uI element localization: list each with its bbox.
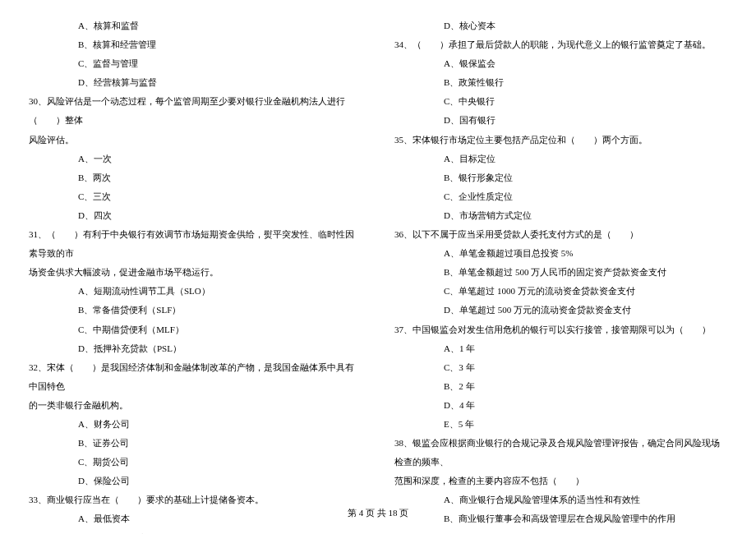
q34-option-b: B、政策性银行 (394, 73, 727, 92)
q31-option-c: C、中期借贷便利（MLF） (29, 320, 362, 339)
q38-stem-cont: 范围和深度，检查的主要内容应不包括（ ） (394, 472, 727, 490)
q35-option-c: C、企业性质定位 (394, 187, 727, 206)
q33-option-d: D、核心资本 (394, 16, 727, 35)
q37-option-c: C、3 年 (394, 358, 727, 377)
q36-option-a: A、单笔金额超过项目总投资 5% (394, 244, 727, 263)
q33-option-b: B、储备资本和逆周期资本 (29, 529, 362, 534)
q34-option-d: D、国有银行 (394, 111, 727, 130)
right-column: D、核心资本 34、（ ）承担了最后贷款人的职能，为现代意义上的银行监管奠定了基… (378, 16, 727, 501)
q29-option-b: B、核算和经营管理 (29, 35, 362, 54)
q38-stem: 38、银监会应根据商业银行的合规记录及合规风险管理评报告，确定合同风险现场检查的… (394, 434, 727, 472)
q34-option-c: C、中央银行 (394, 92, 727, 111)
q30-stem: 30、风险评估是一个动态过程，每个监管周期至少要对银行业金融机构法人进行（ ）整… (29, 92, 362, 130)
q37-option-a: A、1 年 (394, 339, 727, 358)
q32-option-c: C、期货公司 (29, 453, 362, 472)
q29-option-c: C、监督与管理 (29, 54, 362, 73)
q35-option-a: A、目标定位 (394, 150, 727, 168)
q37-option-e: E、5 年 (394, 415, 727, 434)
q31-option-b: B、常备借贷便利（SLF） (29, 301, 362, 320)
q32-option-d: D、保险公司 (29, 472, 362, 490)
q35-option-d: D、市场营销方式定位 (394, 206, 727, 225)
page-content: A、核算和监督 B、核算和经营管理 C、监督与管理 D、经营核算与监督 30、风… (0, 0, 756, 501)
q37-stem: 37、中国银监会对发生信用危机的银行可以实行接管，接管期限可以为（ ） (394, 320, 727, 339)
left-column: A、核算和监督 B、核算和经营管理 C、监督与管理 D、经营核算与监督 30、风… (29, 16, 378, 501)
q32-option-b: B、证券公司 (29, 434, 362, 453)
q29-option-a: A、核算和监督 (29, 16, 362, 35)
q31-stem-cont: 场资金供求大幅波动，促进金融市场平稳运行。 (29, 263, 362, 282)
q32-stem-cont: 的一类非银行金融机构。 (29, 396, 362, 415)
q34-stem: 34、（ ）承担了最后贷款人的职能，为现代意义上的银行监管奠定了基础。 (394, 35, 727, 54)
q30-stem-cont: 风险评估。 (29, 131, 362, 150)
q36-stem: 36、以下不属于应当采用受贷款人委托支付方式的是（ ） (394, 225, 727, 244)
q30-option-d: D、四次 (29, 206, 362, 225)
q32-stem: 32、宋体（ ）是我国经济体制和金融体制改革的产物，是我国金融体系中具有中国特色 (29, 358, 362, 396)
q31-stem: 31、（ ）有利于中央银行有效调节市场短期资金供给，熨平突发性、临时性因素导致的… (29, 225, 362, 263)
q31-option-d: D、抵押补充贷款（PSL） (29, 339, 362, 358)
q30-option-a: A、一次 (29, 150, 362, 168)
q30-option-c: C、三次 (29, 187, 362, 206)
q35-option-b: B、银行形象定位 (394, 168, 727, 187)
q35-stem: 35、宋体银行市场定位主要包括产品定位和（ ）两个方面。 (394, 131, 727, 150)
q30-option-b: B、两次 (29, 168, 362, 187)
page-footer: 第 4 页 共 18 页 (0, 507, 756, 519)
q32-option-a: A、财务公司 (29, 415, 362, 434)
q36-option-c: C、单笔超过 1000 万元的流动资金贷款资金支付 (394, 282, 727, 301)
q29-option-d: D、经营核算与监督 (29, 73, 362, 92)
q36-option-b: B、单笔金额超过 500 万人民币的固定资产贷款资金支付 (394, 263, 727, 282)
q31-option-a: A、短期流动性调节工具（SLO） (29, 282, 362, 301)
q37-option-b: B、2 年 (394, 377, 727, 396)
q37-option-d: D、4 年 (394, 396, 727, 415)
q36-option-d: D、单笔超过 500 万元的流动资金贷款资金支付 (394, 301, 727, 320)
q34-option-a: A、银保监会 (394, 54, 727, 73)
